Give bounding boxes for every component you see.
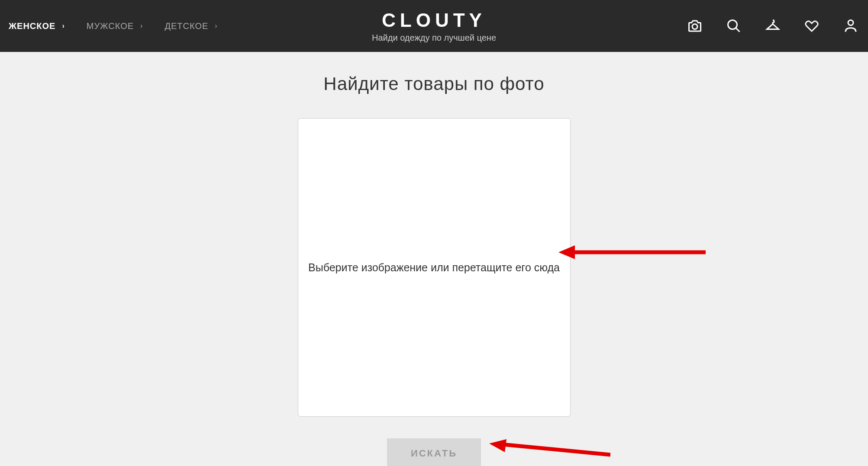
search-button[interactable]: ИСКАТЬ xyxy=(387,438,481,466)
chevron-right-icon: › xyxy=(215,22,217,30)
nav-label: ДЕТСКОЕ xyxy=(165,21,208,31)
nav-label: МУЖСКОЕ xyxy=(87,21,134,31)
camera-icon xyxy=(687,18,703,34)
chevron-right-icon: › xyxy=(140,22,143,30)
dropzone-text: Выберите изображение или перетащите его … xyxy=(300,257,568,278)
main-content: Найдите товары по фото Выберите изображе… xyxy=(0,52,868,466)
account-button[interactable] xyxy=(842,17,859,35)
nav-item-women[interactable]: ЖЕНСКОЕ › xyxy=(9,21,65,31)
svg-point-0 xyxy=(692,24,697,29)
wardrobe-button[interactable] xyxy=(764,17,781,35)
svg-line-2 xyxy=(736,28,740,32)
image-dropzone[interactable]: Выберите изображение или перетащите его … xyxy=(298,118,571,417)
svg-point-3 xyxy=(848,20,853,26)
favorites-button[interactable] xyxy=(803,17,820,35)
site-tagline: Найди одежду по лучшей цене xyxy=(372,33,496,43)
hanger-icon xyxy=(765,18,781,34)
nav-item-men[interactable]: МУЖСКОЕ › xyxy=(87,21,143,31)
user-icon xyxy=(843,18,858,34)
page-title: Найдите товары по фото xyxy=(0,74,868,94)
nav-item-kids[interactable]: ДЕТСКОЕ › xyxy=(165,21,217,31)
nav-label: ЖЕНСКОЕ xyxy=(9,21,55,31)
main-header: ЖЕНСКОЕ › МУЖСКОЕ › ДЕТСКОЕ › CLOUTY Най… xyxy=(0,0,868,52)
camera-search-button[interactable] xyxy=(686,17,703,35)
heart-icon xyxy=(804,18,820,34)
site-logo[interactable]: CLOUTY xyxy=(372,10,496,31)
logo-area: CLOUTY Найди одежду по лучшей цене xyxy=(372,10,496,43)
search-icon xyxy=(726,18,742,34)
utility-nav xyxy=(686,17,859,35)
search-button[interactable] xyxy=(725,17,742,35)
chevron-right-icon: › xyxy=(62,22,65,30)
svg-point-1 xyxy=(728,20,737,29)
category-nav: ЖЕНСКОЕ › МУЖСКОЕ › ДЕТСКОЕ › xyxy=(9,21,218,31)
